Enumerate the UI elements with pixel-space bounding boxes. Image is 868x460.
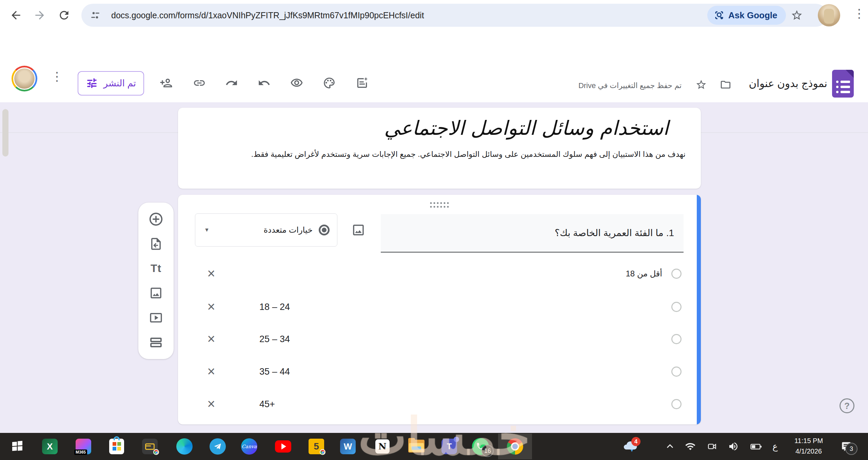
tray-notification-icon[interactable]: 3 — [837, 435, 856, 458]
forward-icon[interactable] — [33, 8, 47, 22]
gemini-form-icon[interactable] — [353, 74, 372, 92]
start-button[interactable] — [8, 435, 27, 458]
avatar-photo — [13, 67, 36, 90]
selected-card-indicator — [697, 195, 701, 424]
address-bar[interactable]: docs.google.com/forms/d/1xaoVNIhPyZFITR_… — [81, 4, 827, 27]
google-forms-logo[interactable] — [832, 70, 854, 98]
url-text[interactable]: docs.google.com/forms/d/1xaoVNIhPyZFITR_… — [111, 4, 424, 27]
taskbar-store-icon[interactable] — [107, 435, 126, 458]
tune-icon — [86, 77, 98, 89]
remove-option-icon[interactable]: × — [204, 300, 218, 314]
account-avatar[interactable] — [12, 66, 37, 91]
taskbar-five-app-icon[interactable]: 5 — [307, 435, 326, 458]
more-options-icon[interactable]: ⋮ — [51, 70, 63, 83]
question-toolbar: Tt — [138, 203, 174, 359]
option-label[interactable]: 45+ — [259, 399, 275, 409]
taskbar-canva-icon[interactable]: Canva — [240, 435, 259, 458]
tray-cloud-icon[interactable]: 4 — [620, 435, 639, 458]
notification-badge: 3 — [845, 443, 857, 455]
remove-option-icon[interactable]: × — [204, 267, 218, 281]
reload-icon[interactable] — [57, 8, 71, 22]
taskbar-chrome-icon[interactable] — [506, 435, 525, 458]
taskbar-whatsapp-icon[interactable]: 16 — [471, 435, 490, 458]
chrome-badge-icon — [320, 449, 326, 455]
option-radio[interactable] — [671, 334, 682, 344]
help-button[interactable]: ? — [840, 398, 854, 413]
taskbar-webapp-icon[interactable] — [140, 435, 159, 458]
tray-time: 11:15 PM — [786, 436, 831, 446]
back-icon[interactable] — [9, 8, 23, 22]
tray-chevron-up-icon[interactable] — [660, 435, 679, 458]
option-radio[interactable] — [671, 399, 682, 409]
redo-icon[interactable] — [222, 74, 241, 92]
saved-status[interactable]: تم حفظ جميع التغييرات في Drive — [578, 81, 682, 90]
remove-option-icon[interactable]: × — [204, 365, 218, 379]
scrollbar-thumb[interactable] — [2, 109, 8, 156]
published-label: تم النشر — [103, 78, 136, 89]
taskbar-word-icon[interactable]: W — [338, 435, 357, 458]
whatsapp-badge: 16 — [481, 445, 494, 457]
add-section-icon[interactable] — [148, 334, 164, 351]
taskbar-teams-icon[interactable]: T — [440, 435, 459, 458]
taskbar-file-explorer-icon[interactable] — [407, 435, 426, 458]
add-question-icon[interactable] — [148, 211, 164, 227]
add-video-icon[interactable] — [148, 310, 164, 326]
tray-battery-icon[interactable] — [747, 435, 766, 458]
remove-option-icon[interactable]: × — [204, 333, 218, 346]
tray-language-indicator[interactable]: ع — [766, 435, 785, 458]
tray-clock[interactable]: 11:15 PM 4/1/2026 — [786, 436, 831, 457]
add-image-toolbar-icon[interactable] — [148, 285, 164, 301]
logo-fold — [846, 70, 854, 78]
form-title-header[interactable]: نموذج بدون عنوان — [749, 77, 828, 90]
site-settings-icon[interactable] — [90, 10, 100, 20]
undo-icon[interactable] — [255, 74, 274, 92]
option-label[interactable]: 18 – 24 — [259, 302, 290, 312]
question-card[interactable]: 1. ما الفئة العمرية الخاصة بك؟ خيارات مت… — [178, 195, 701, 424]
tray-volume-icon[interactable] — [724, 435, 743, 458]
tray-wifi-icon[interactable] — [681, 435, 700, 458]
option-radio[interactable] — [671, 269, 682, 279]
option-label[interactable]: 35 – 44 — [259, 367, 290, 377]
taskbar-youtube-icon[interactable] — [274, 435, 293, 458]
chrome-badge-icon — [153, 449, 159, 455]
published-button[interactable]: تم النشر — [78, 71, 144, 96]
move-folder-icon[interactable] — [716, 75, 735, 94]
bookmark-star-icon[interactable] — [791, 9, 803, 21]
taskbar-m365-icon[interactable]: M365 — [74, 435, 93, 458]
option-radio[interactable] — [671, 302, 682, 312]
form-description[interactable]: نهدف من هذا الاستبيان إلى فهم سلوك المست… — [178, 140, 701, 159]
add-title-text-icon[interactable]: Tt — [148, 260, 164, 277]
drag-handle-icon[interactable] — [430, 202, 449, 208]
option-radio[interactable] — [671, 367, 682, 377]
forms-header: ⋮ تم النشر تم حفظ جميع التغييرات في Driv… — [0, 30, 868, 102]
add-collaborators-icon[interactable] — [157, 74, 176, 92]
cloud-badge: 4 — [631, 437, 640, 446]
form-title[interactable]: استخدام وسائل التواصل الاجتماعي — [178, 108, 701, 140]
add-image-icon[interactable] — [350, 222, 367, 238]
multiple-choice-icon — [319, 225, 330, 235]
form-title-card[interactable]: استخدام وسائل التواصل الاجتماعي نهدف من … — [178, 108, 701, 189]
import-questions-icon[interactable] — [148, 236, 164, 252]
taskbar-notion-icon[interactable]: N — [373, 435, 392, 458]
taskbar-edge-icon[interactable] — [175, 435, 194, 458]
taskbar-telegram-icon[interactable] — [208, 435, 227, 458]
preview-eye-icon[interactable] — [287, 74, 306, 92]
option-label[interactable]: 25 – 34 — [259, 334, 290, 344]
option-label[interactable]: أقل من 18 — [626, 269, 662, 279]
question-title-input[interactable]: 1. ما الفئة العمرية الخاصة بك؟ — [381, 214, 684, 253]
chevron-down-icon: ▼ — [204, 227, 210, 233]
tray-camera-icon[interactable] — [703, 435, 722, 458]
question-type-dropdown[interactable]: خيارات متعددة ▼ — [195, 213, 337, 247]
tray-date: 4/1/2026 — [786, 446, 831, 457]
ask-google-label: Ask Google — [728, 10, 777, 21]
remove-option-icon[interactable]: × — [204, 398, 218, 411]
copy-link-icon[interactable] — [190, 74, 209, 92]
question-type-label: خيارات متعددة — [264, 225, 313, 235]
browser-menu-icon[interactable]: ⋮ — [853, 7, 865, 20]
browser-toolbar: docs.google.com/forms/d/1xaoVNIhPyZFITR_… — [0, 0, 868, 30]
browser-profile-avatar[interactable] — [818, 4, 840, 26]
theme-palette-icon[interactable] — [320, 74, 339, 92]
taskbar-excel-icon[interactable]: X — [40, 435, 59, 458]
ask-google-button[interactable]: Ask Google — [707, 6, 786, 25]
star-form-icon[interactable] — [692, 75, 711, 94]
